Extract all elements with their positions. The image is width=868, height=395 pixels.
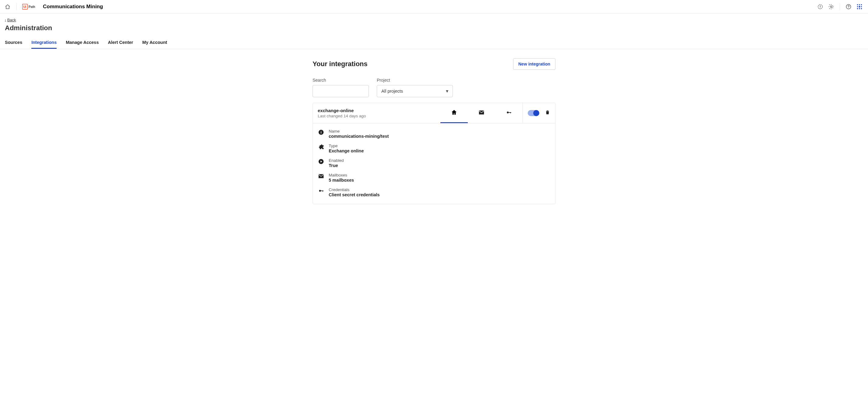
search-label: Search [313, 78, 369, 83]
svg-rect-20 [859, 6, 860, 7]
mail-icon [478, 109, 485, 116]
integration-details: Namecommunications-mining/testTypeExchan… [313, 123, 555, 204]
tab-manage-access[interactable]: Manage Access [66, 37, 99, 49]
mail-icon [318, 173, 324, 179]
detail-row: TypeExchange online [318, 144, 550, 153]
home-icon [451, 109, 458, 116]
key-icon [318, 188, 324, 194]
home-icon [5, 4, 11, 10]
divider [17, 3, 17, 10]
mini-tab-overview[interactable] [440, 103, 468, 123]
detail-label: Mailboxes [329, 173, 354, 177]
chevron-left-icon: ‹ [5, 18, 6, 22]
tab-alert-center[interactable]: Alert Center [108, 37, 133, 49]
brand[interactable]: Ui Path Communications Mining [22, 4, 103, 10]
back-link[interactable]: ‹ Back [5, 18, 16, 22]
detail-row: Namecommunications-mining/test [318, 129, 550, 139]
integration-subtitle: Last changed 14 days ago [318, 114, 436, 118]
help-button[interactable] [844, 2, 853, 11]
detail-label: Name [329, 129, 389, 134]
alert-icon [817, 4, 823, 10]
help-icon [845, 4, 851, 10]
tab-integrations[interactable]: Integrations [31, 37, 57, 49]
detail-value: Client secret credentials [329, 192, 380, 197]
delete-button[interactable] [545, 110, 550, 116]
section-title: Your integrations [313, 60, 368, 68]
product-name: Communications Mining [43, 4, 103, 10]
svg-point-22 [857, 8, 858, 9]
play-icon [318, 158, 324, 165]
svg-point-24 [861, 8, 862, 9]
detail-value: communications-mining/test [329, 134, 389, 139]
gear-icon [828, 4, 834, 10]
detail-value: True [329, 163, 344, 168]
project-selected-value: All projects [377, 85, 453, 97]
svg-text:Path: Path [29, 5, 35, 8]
detail-label: Type [329, 144, 364, 148]
new-integration-button[interactable]: New integration [513, 58, 555, 70]
svg-point-23 [859, 8, 860, 9]
divider [840, 3, 840, 10]
mini-tab-mailboxes[interactable] [468, 103, 495, 123]
svg-point-21 [861, 6, 862, 7]
detail-label: Credentials [329, 188, 380, 192]
integration-card: exchange-online Last changed 14 days ago… [313, 103, 555, 204]
mini-tab-credentials[interactable] [495, 103, 523, 123]
project-select[interactable]: All projects ▼ [377, 85, 453, 97]
project-label: Project [377, 78, 453, 83]
trash-icon [545, 110, 550, 115]
home-button[interactable] [4, 3, 11, 10]
svg-point-16 [857, 4, 858, 5]
integration-name: exchange-online [318, 108, 436, 113]
back-label: Back [7, 18, 16, 22]
detail-value: 5 mailboxes [329, 178, 354, 182]
enable-toggle[interactable] [528, 110, 539, 116]
topbar: Ui Path Communications Mining [0, 0, 868, 13]
toggle-thumb [533, 110, 539, 116]
info-icon [318, 129, 324, 136]
svg-point-17 [859, 4, 860, 5]
detail-row: EnabledTrue [318, 158, 550, 168]
integration-mini-tabs [440, 103, 523, 123]
apps-grid-icon [856, 3, 863, 10]
uipath-logo-icon: Ui Path [22, 4, 40, 10]
alerts-button[interactable] [816, 2, 825, 11]
settings-button[interactable] [827, 2, 835, 11]
admin-tabs: SourcesIntegrationsManage AccessAlert Ce… [0, 37, 868, 49]
detail-label: Enabled [329, 158, 344, 163]
svg-point-19 [857, 6, 858, 7]
detail-row: Mailboxes5 mailboxes [318, 173, 550, 182]
search-input[interactable] [313, 85, 369, 97]
apps-button[interactable] [855, 2, 864, 11]
puzzle-icon [318, 144, 324, 150]
page-title: Administration [5, 24, 863, 32]
svg-text:Ui: Ui [24, 5, 27, 8]
tab-my-account[interactable]: My Account [143, 37, 167, 49]
key-icon [505, 109, 512, 116]
detail-row: CredentialsClient secret credentials [318, 188, 550, 197]
tab-sources[interactable]: Sources [5, 37, 22, 49]
svg-point-18 [861, 4, 862, 5]
detail-value: Exchange online [329, 148, 364, 153]
